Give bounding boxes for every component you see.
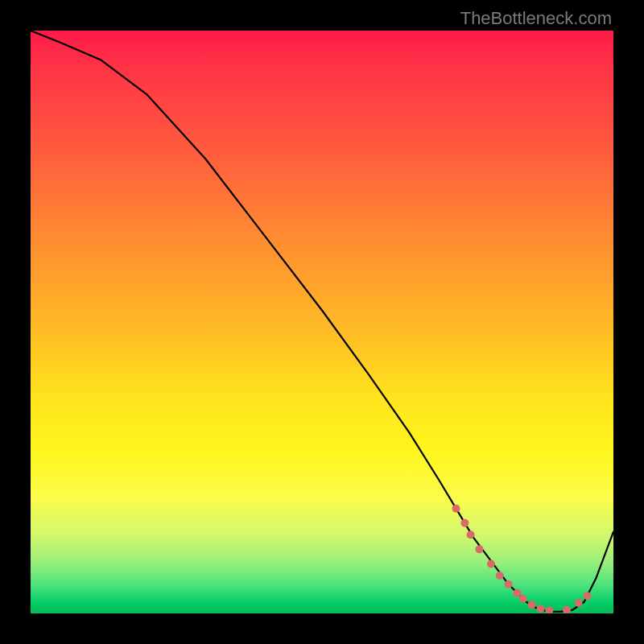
marker-dot <box>452 505 460 513</box>
highlight-dots <box>452 505 592 613</box>
plot-area <box>31 31 613 613</box>
marker-dot <box>545 606 553 613</box>
curve-layer <box>31 31 613 613</box>
marker-dot <box>505 580 513 588</box>
marker-dot <box>528 601 536 609</box>
marker-dot <box>475 545 483 553</box>
marker-dot <box>487 559 495 568</box>
marker-dot <box>496 572 504 580</box>
watermark-text: TheBottleneck.com <box>460 8 612 29</box>
bottleneck-curve <box>31 31 613 612</box>
marker-dot <box>537 605 545 613</box>
marker-dot <box>460 519 469 527</box>
marker-dot <box>563 606 571 613</box>
marker-dot <box>519 595 527 603</box>
chart-container: TheBottleneck.com <box>0 0 644 644</box>
marker-dot <box>575 599 583 607</box>
marker-dot <box>583 592 591 600</box>
marker-dot <box>514 589 522 597</box>
marker-dot <box>467 530 475 539</box>
